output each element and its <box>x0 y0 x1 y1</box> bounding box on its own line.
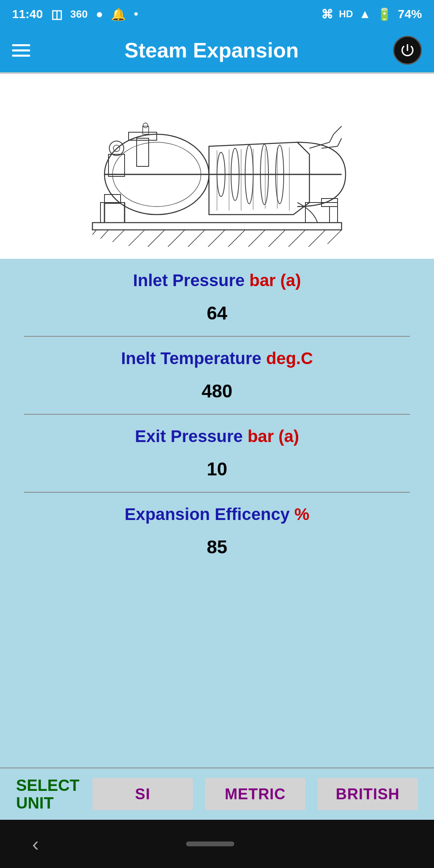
svg-line-14 <box>307 230 326 247</box>
svg-line-4 <box>113 230 125 242</box>
select-unit-label: SELECT UNIT <box>16 776 80 812</box>
svg-line-3 <box>100 230 108 239</box>
wifi-icon: ⌘ <box>321 7 333 21</box>
inlet-pressure-label-red: bar (a) <box>250 271 301 290</box>
svg-line-6 <box>147 230 165 247</box>
exit-pressure-group: Exit Pressure bar (a) 10 <box>24 415 410 493</box>
svg-line-5 <box>129 230 145 246</box>
exit-pressure-label-red: bar (a) <box>248 427 299 446</box>
inlet-temperature-label-red: deg.C <box>266 349 313 368</box>
svg-line-7 <box>165 230 185 247</box>
exit-pressure-value[interactable]: 10 <box>24 454 410 484</box>
svg-line-15 <box>328 230 342 244</box>
svg-point-32 <box>143 123 148 128</box>
svg-rect-34 <box>330 207 338 223</box>
expansion-efficiency-label-red: % <box>295 505 309 524</box>
bottom-nav-bar: ‹ <box>0 820 434 868</box>
360-icon: 360 <box>70 8 88 20</box>
svg-line-12 <box>265 230 285 247</box>
home-pill[interactable] <box>186 841 234 846</box>
inlet-temperature-label-blue: Inelt Temperature <box>121 349 261 368</box>
unit-selector: SELECT UNIT SI METRIC BRITISH <box>0 768 434 820</box>
inlet-pressure-group: Inlet Pressure bar (a) 64 <box>24 259 410 337</box>
svg-line-2 <box>92 230 96 235</box>
input-section: Inlet Pressure bar (a) 64 Inelt Temperat… <box>0 259 434 768</box>
svg-rect-40 <box>108 154 125 176</box>
expansion-efficiency-label-blue: Expansion Efficency <box>125 505 290 524</box>
power-button[interactable] <box>393 36 422 65</box>
inlet-pressure-label-blue: Inlet Pressure <box>133 271 245 290</box>
british-button[interactable]: BRITISH <box>317 778 418 810</box>
record-icon: ● <box>96 7 103 21</box>
dot-icon: • <box>134 7 138 21</box>
status-left: 11:40 ◫ 360 ● 🔔 • <box>12 7 138 21</box>
exit-pressure-label-blue: Exit Pressure <box>135 427 243 446</box>
message-icon: ◫ <box>51 7 62 21</box>
turbine-diagram <box>72 86 362 247</box>
inlet-pressure-value[interactable]: 64 <box>24 298 410 328</box>
battery-percent: 74% <box>398 7 422 21</box>
expansion-efficiency-value[interactable]: 85 <box>24 532 410 562</box>
app-bar: Steam Expansion <box>0 28 434 72</box>
si-button[interactable]: SI <box>92 778 193 810</box>
svg-rect-31 <box>143 126 149 134</box>
hamburger-line-3 <box>12 55 30 57</box>
signal-icon: ▲ <box>359 7 371 21</box>
svg-line-8 <box>185 230 205 247</box>
expansion-efficiency-group: Expansion Efficency % 85 <box>24 493 410 570</box>
power-icon <box>399 42 416 58</box>
expansion-efficiency-label: Expansion Efficency % <box>24 505 410 524</box>
status-bar: 11:40 ◫ 360 ● 🔔 • ⌘ HD ▲ 🔋 74% <box>0 0 434 28</box>
svg-line-11 <box>245 230 265 247</box>
battery-icon: 🔋 <box>377 7 392 21</box>
svg-line-13 <box>285 230 305 247</box>
status-right: ⌘ HD ▲ 🔋 74% <box>321 7 422 21</box>
back-button[interactable]: ‹ <box>32 832 39 856</box>
app-title: Steam Expansion <box>46 38 377 62</box>
inlet-pressure-label: Inlet Pressure bar (a) <box>24 271 410 290</box>
metric-button[interactable]: METRIC <box>205 778 305 810</box>
inlet-temperature-value[interactable]: 480 <box>24 376 410 406</box>
hamburger-line-2 <box>12 49 30 51</box>
notification-icon: 🔔 <box>111 7 126 21</box>
hamburger-line-1 <box>12 44 30 46</box>
svg-rect-29 <box>137 138 149 166</box>
svg-line-9 <box>205 230 225 247</box>
inlet-temperature-label: Inelt Temperature deg.C <box>24 349 410 368</box>
inlet-temperature-group: Inelt Temperature deg.C 480 <box>24 337 410 415</box>
menu-button[interactable] <box>12 44 30 57</box>
exit-pressure-label: Exit Pressure bar (a) <box>24 427 410 446</box>
svg-rect-0 <box>92 223 342 230</box>
hd-icon: HD <box>339 8 353 20</box>
diagram-area <box>0 74 434 259</box>
time-display: 11:40 <box>12 7 43 21</box>
svg-line-10 <box>225 230 245 247</box>
